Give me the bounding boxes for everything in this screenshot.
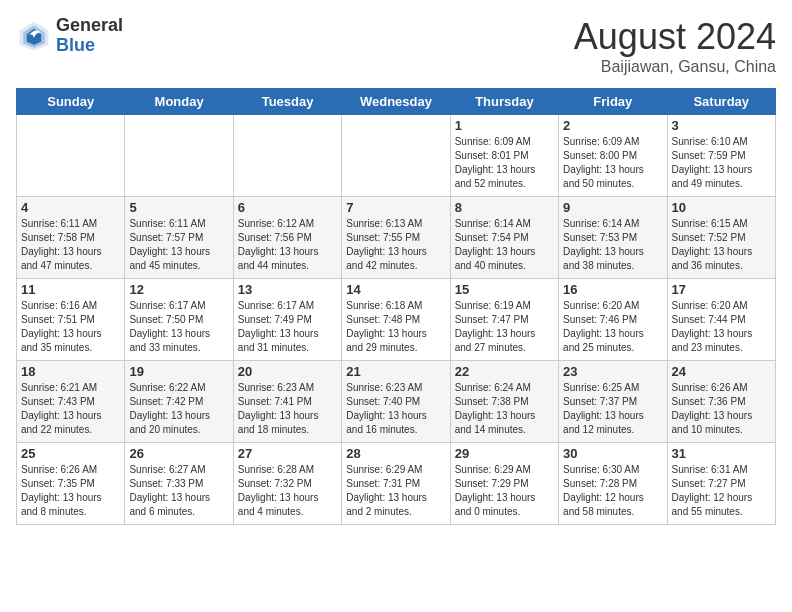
day-number: 22	[455, 364, 554, 379]
day-info: Sunrise: 6:14 AM Sunset: 7:53 PM Dayligh…	[563, 217, 662, 273]
calendar-cell: 12Sunrise: 6:17 AM Sunset: 7:50 PM Dayli…	[125, 279, 233, 361]
calendar-cell: 22Sunrise: 6:24 AM Sunset: 7:38 PM Dayli…	[450, 361, 558, 443]
day-number: 7	[346, 200, 445, 215]
calendar-cell: 5Sunrise: 6:11 AM Sunset: 7:57 PM Daylig…	[125, 197, 233, 279]
calendar-cell: 19Sunrise: 6:22 AM Sunset: 7:42 PM Dayli…	[125, 361, 233, 443]
day-number: 20	[238, 364, 337, 379]
calendar-cell: 16Sunrise: 6:20 AM Sunset: 7:46 PM Dayli…	[559, 279, 667, 361]
logo-text: General Blue	[56, 16, 123, 56]
day-number: 17	[672, 282, 771, 297]
day-number: 23	[563, 364, 662, 379]
day-number: 3	[672, 118, 771, 133]
week-row-2: 4Sunrise: 6:11 AM Sunset: 7:58 PM Daylig…	[17, 197, 776, 279]
day-number: 16	[563, 282, 662, 297]
calendar-cell: 20Sunrise: 6:23 AM Sunset: 7:41 PM Dayli…	[233, 361, 341, 443]
day-info: Sunrise: 6:23 AM Sunset: 7:41 PM Dayligh…	[238, 381, 337, 437]
calendar-cell: 7Sunrise: 6:13 AM Sunset: 7:55 PM Daylig…	[342, 197, 450, 279]
day-number: 4	[21, 200, 120, 215]
calendar-cell: 18Sunrise: 6:21 AM Sunset: 7:43 PM Dayli…	[17, 361, 125, 443]
weekday-saturday: Saturday	[667, 89, 775, 115]
week-row-1: 1Sunrise: 6:09 AM Sunset: 8:01 PM Daylig…	[17, 115, 776, 197]
calendar-cell: 23Sunrise: 6:25 AM Sunset: 7:37 PM Dayli…	[559, 361, 667, 443]
calendar-cell: 28Sunrise: 6:29 AM Sunset: 7:31 PM Dayli…	[342, 443, 450, 525]
calendar-cell: 9Sunrise: 6:14 AM Sunset: 7:53 PM Daylig…	[559, 197, 667, 279]
week-row-3: 11Sunrise: 6:16 AM Sunset: 7:51 PM Dayli…	[17, 279, 776, 361]
day-number: 10	[672, 200, 771, 215]
calendar-cell: 10Sunrise: 6:15 AM Sunset: 7:52 PM Dayli…	[667, 197, 775, 279]
day-info: Sunrise: 6:29 AM Sunset: 7:29 PM Dayligh…	[455, 463, 554, 519]
month-title: August 2024	[574, 16, 776, 58]
day-info: Sunrise: 6:26 AM Sunset: 7:36 PM Dayligh…	[672, 381, 771, 437]
day-number: 13	[238, 282, 337, 297]
day-info: Sunrise: 6:20 AM Sunset: 7:46 PM Dayligh…	[563, 299, 662, 355]
logo: General Blue	[16, 16, 123, 56]
day-number: 18	[21, 364, 120, 379]
calendar-cell: 13Sunrise: 6:17 AM Sunset: 7:49 PM Dayli…	[233, 279, 341, 361]
day-info: Sunrise: 6:28 AM Sunset: 7:32 PM Dayligh…	[238, 463, 337, 519]
calendar-cell	[342, 115, 450, 197]
day-info: Sunrise: 6:27 AM Sunset: 7:33 PM Dayligh…	[129, 463, 228, 519]
logo-icon	[16, 18, 52, 54]
day-info: Sunrise: 6:12 AM Sunset: 7:56 PM Dayligh…	[238, 217, 337, 273]
day-info: Sunrise: 6:22 AM Sunset: 7:42 PM Dayligh…	[129, 381, 228, 437]
logo-blue-text: Blue	[56, 36, 123, 56]
day-info: Sunrise: 6:25 AM Sunset: 7:37 PM Dayligh…	[563, 381, 662, 437]
day-info: Sunrise: 6:09 AM Sunset: 8:01 PM Dayligh…	[455, 135, 554, 191]
weekday-wednesday: Wednesday	[342, 89, 450, 115]
calendar-cell: 1Sunrise: 6:09 AM Sunset: 8:01 PM Daylig…	[450, 115, 558, 197]
day-info: Sunrise: 6:23 AM Sunset: 7:40 PM Dayligh…	[346, 381, 445, 437]
day-info: Sunrise: 6:30 AM Sunset: 7:28 PM Dayligh…	[563, 463, 662, 519]
day-number: 8	[455, 200, 554, 215]
calendar-cell	[233, 115, 341, 197]
weekday-tuesday: Tuesday	[233, 89, 341, 115]
day-info: Sunrise: 6:13 AM Sunset: 7:55 PM Dayligh…	[346, 217, 445, 273]
weekday-thursday: Thursday	[450, 89, 558, 115]
day-info: Sunrise: 6:09 AM Sunset: 8:00 PM Dayligh…	[563, 135, 662, 191]
day-info: Sunrise: 6:14 AM Sunset: 7:54 PM Dayligh…	[455, 217, 554, 273]
day-info: Sunrise: 6:31 AM Sunset: 7:27 PM Dayligh…	[672, 463, 771, 519]
day-info: Sunrise: 6:11 AM Sunset: 7:57 PM Dayligh…	[129, 217, 228, 273]
title-block: August 2024 Baijiawan, Gansu, China	[574, 16, 776, 76]
week-row-4: 18Sunrise: 6:21 AM Sunset: 7:43 PM Dayli…	[17, 361, 776, 443]
day-number: 28	[346, 446, 445, 461]
day-number: 11	[21, 282, 120, 297]
page-header: General Blue August 2024 Baijiawan, Gans…	[16, 16, 776, 76]
day-info: Sunrise: 6:16 AM Sunset: 7:51 PM Dayligh…	[21, 299, 120, 355]
day-number: 19	[129, 364, 228, 379]
calendar-cell: 8Sunrise: 6:14 AM Sunset: 7:54 PM Daylig…	[450, 197, 558, 279]
calendar-cell: 2Sunrise: 6:09 AM Sunset: 8:00 PM Daylig…	[559, 115, 667, 197]
logo-general-text: General	[56, 16, 123, 36]
day-info: Sunrise: 6:20 AM Sunset: 7:44 PM Dayligh…	[672, 299, 771, 355]
day-number: 24	[672, 364, 771, 379]
weekday-friday: Friday	[559, 89, 667, 115]
calendar-cell: 30Sunrise: 6:30 AM Sunset: 7:28 PM Dayli…	[559, 443, 667, 525]
calendar-cell: 3Sunrise: 6:10 AM Sunset: 7:59 PM Daylig…	[667, 115, 775, 197]
day-number: 31	[672, 446, 771, 461]
day-number: 21	[346, 364, 445, 379]
day-info: Sunrise: 6:11 AM Sunset: 7:58 PM Dayligh…	[21, 217, 120, 273]
day-number: 1	[455, 118, 554, 133]
calendar-cell: 31Sunrise: 6:31 AM Sunset: 7:27 PM Dayli…	[667, 443, 775, 525]
calendar-cell: 21Sunrise: 6:23 AM Sunset: 7:40 PM Dayli…	[342, 361, 450, 443]
day-number: 9	[563, 200, 662, 215]
calendar-table: SundayMondayTuesdayWednesdayThursdayFrid…	[16, 88, 776, 525]
day-info: Sunrise: 6:17 AM Sunset: 7:49 PM Dayligh…	[238, 299, 337, 355]
day-info: Sunrise: 6:19 AM Sunset: 7:47 PM Dayligh…	[455, 299, 554, 355]
day-number: 2	[563, 118, 662, 133]
calendar-cell: 11Sunrise: 6:16 AM Sunset: 7:51 PM Dayli…	[17, 279, 125, 361]
calendar-cell: 27Sunrise: 6:28 AM Sunset: 7:32 PM Dayli…	[233, 443, 341, 525]
day-info: Sunrise: 6:15 AM Sunset: 7:52 PM Dayligh…	[672, 217, 771, 273]
day-info: Sunrise: 6:17 AM Sunset: 7:50 PM Dayligh…	[129, 299, 228, 355]
day-info: Sunrise: 6:10 AM Sunset: 7:59 PM Dayligh…	[672, 135, 771, 191]
day-number: 15	[455, 282, 554, 297]
day-info: Sunrise: 6:18 AM Sunset: 7:48 PM Dayligh…	[346, 299, 445, 355]
weekday-monday: Monday	[125, 89, 233, 115]
day-info: Sunrise: 6:29 AM Sunset: 7:31 PM Dayligh…	[346, 463, 445, 519]
day-number: 5	[129, 200, 228, 215]
day-info: Sunrise: 6:21 AM Sunset: 7:43 PM Dayligh…	[21, 381, 120, 437]
calendar-cell: 4Sunrise: 6:11 AM Sunset: 7:58 PM Daylig…	[17, 197, 125, 279]
day-number: 29	[455, 446, 554, 461]
day-number: 14	[346, 282, 445, 297]
weekday-sunday: Sunday	[17, 89, 125, 115]
calendar-cell: 17Sunrise: 6:20 AM Sunset: 7:44 PM Dayli…	[667, 279, 775, 361]
